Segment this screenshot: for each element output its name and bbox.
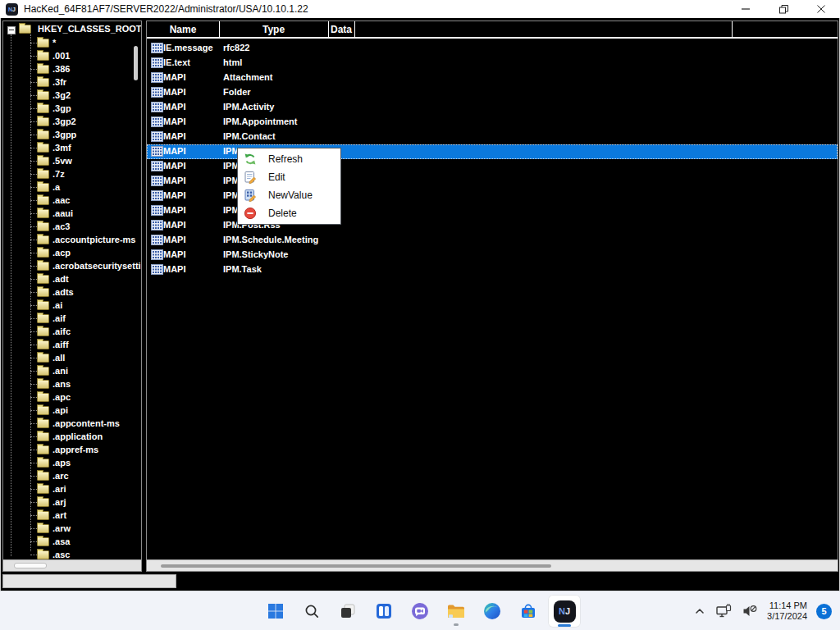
- search-button[interactable]: [295, 595, 328, 628]
- registry-tree-panel: HKEY_CLASSES_ROOT * .001 .386 .3fr: [2, 21, 142, 572]
- tree-item[interactable]: .aifc: [3, 325, 131, 338]
- logo-letter-n: N: [559, 606, 565, 616]
- tree-item[interactable]: .aaui: [3, 207, 131, 220]
- column-header-name[interactable]: Name: [147, 21, 219, 37]
- tree-item[interactable]: .3gpp: [3, 128, 131, 141]
- table-row[interactable]: IE.text html: [147, 56, 838, 71]
- tree-item[interactable]: *: [3, 36, 131, 49]
- column-header-type[interactable]: Type: [219, 21, 328, 37]
- tree-item[interactable]: .ans: [3, 377, 131, 390]
- tree-item[interactable]: .accountpicture-ms: [3, 233, 131, 246]
- tree-item[interactable]: .ai: [3, 299, 131, 312]
- restore-button[interactable]: [765, 0, 802, 18]
- tree-item[interactable]: .appref-ms: [3, 443, 131, 456]
- folder-icon: [37, 498, 49, 507]
- tree-item[interactable]: .3gp: [3, 102, 131, 115]
- tree-item[interactable]: .arc: [3, 469, 131, 482]
- close-button[interactable]: [802, 0, 840, 18]
- column-header-data[interactable]: Data: [328, 21, 354, 37]
- njrat-client-button[interactable]: NJ: [548, 595, 581, 628]
- tree-item[interactable]: .art: [3, 509, 131, 522]
- menu-item-refresh[interactable]: Refresh: [238, 150, 340, 168]
- file-explorer-button[interactable]: [440, 595, 472, 628]
- notification-badge[interactable]: 5: [816, 604, 832, 619]
- value-type-cell: Folder: [223, 87, 251, 97]
- chat-button[interactable]: [404, 595, 436, 628]
- network-button[interactable]: [715, 603, 733, 619]
- tree-item-label: .acp: [52, 248, 71, 258]
- tree-item[interactable]: .api: [3, 404, 131, 417]
- tree-item[interactable]: .apc: [3, 390, 131, 404]
- tree-item[interactable]: .application: [3, 430, 131, 443]
- table-row[interactable]: MAPI Folder: [147, 85, 838, 100]
- tree-item[interactable]: .adts: [3, 285, 131, 299]
- tree-item[interactable]: .7z: [3, 167, 131, 180]
- registry-manager-window: HKEY_CLASSES_ROOT * .001 .386 .3fr: [0, 18, 840, 591]
- tree-item[interactable]: .3gp2: [3, 115, 131, 128]
- tree-item[interactable]: .386: [3, 62, 131, 75]
- menu-item-new-value[interactable]: NewValue: [238, 186, 340, 204]
- table-row[interactable]: MAPI IPM.Appointment: [147, 115, 838, 130]
- tree-item[interactable]: .aif: [3, 312, 131, 325]
- tree-item[interactable]: .aac: [3, 194, 131, 207]
- taskbar-clock[interactable]: 11:14 PM 3/17/2024: [767, 600, 807, 622]
- scrollbar-thumb[interactable]: [161, 564, 551, 568]
- tree-item[interactable]: .3fr: [3, 75, 131, 89]
- value-name-cell: MAPI: [163, 220, 186, 230]
- value-name-cell: MAPI: [163, 87, 186, 97]
- tree-items: * .001 .386 .3fr .3g2 .3gp: [3, 36, 131, 561]
- menu-item-delete[interactable]: Delete: [238, 204, 340, 222]
- edge-button[interactable]: [476, 595, 509, 628]
- tree-item[interactable]: .acrobatsecuritysettings: [3, 259, 131, 272]
- tree-horizontal-scrollbar[interactable]: [3, 559, 141, 571]
- tree-item[interactable]: .3mf: [3, 141, 131, 154]
- tree-item[interactable]: .5vw: [3, 154, 131, 167]
- tree-item[interactable]: .asa: [3, 535, 131, 548]
- task-view-button[interactable]: [331, 595, 364, 628]
- table-row[interactable]: MAPI IPM.Task: [147, 262, 838, 277]
- tree-root-node[interactable]: HKEY_CLASSES_ROOT: [3, 23, 141, 36]
- tree-vertical-scrollbar[interactable]: [131, 23, 140, 555]
- microsoft-store-button[interactable]: [512, 595, 545, 628]
- tree-item[interactable]: .appcontent-ms: [3, 417, 131, 430]
- table-row[interactable]: MAPI IPM.Activity: [147, 100, 838, 115]
- folder-icon: [37, 550, 49, 559]
- table-row[interactable]: IE.message rfc822: [147, 41, 838, 56]
- tree-item-label: .aac: [52, 195, 70, 205]
- tree-item[interactable]: .001: [3, 49, 131, 62]
- tree-item[interactable]: .acp: [3, 246, 131, 259]
- menu-item-edit[interactable]: Edit: [238, 168, 340, 186]
- tree-item[interactable]: .aps: [3, 456, 131, 469]
- scrollbar-thumb[interactable]: [134, 46, 138, 80]
- tree-item[interactable]: .3g2: [3, 89, 131, 102]
- tree-item[interactable]: .arw: [3, 522, 131, 535]
- tree-item[interactable]: .adt: [3, 272, 131, 285]
- tree-item-label: .001: [52, 51, 70, 61]
- table-row[interactable]: MAPI Attachment: [147, 71, 838, 85]
- tree-item[interactable]: .a: [3, 180, 131, 194]
- list-horizontal-scrollbar[interactable]: [147, 559, 838, 571]
- tray-chevron-button[interactable]: [693, 605, 706, 618]
- value-name-cell: MAPI: [163, 72, 186, 82]
- network-icon: [715, 603, 733, 619]
- refresh-icon: [244, 153, 257, 166]
- widgets-button[interactable]: [368, 595, 400, 628]
- tree-item[interactable]: .arj: [3, 495, 131, 509]
- start-button[interactable]: [259, 595, 292, 628]
- scrollbar-thumb[interactable]: [14, 563, 47, 568]
- tree-item[interactable]: .aiff: [3, 338, 131, 351]
- tree-item-label: .ans: [52, 379, 71, 389]
- tree-item[interactable]: .ari: [3, 482, 131, 495]
- tree-item[interactable]: .all: [3, 351, 131, 364]
- table-row[interactable]: MAPI IPM.StickyNote: [147, 248, 838, 262]
- table-row[interactable]: MAPI IPM.Schedule.Meeting: [147, 233, 838, 248]
- volume-button[interactable]: [742, 603, 758, 619]
- tree-item[interactable]: .ac3: [3, 220, 131, 233]
- tree-item-label: .ac3: [52, 221, 70, 231]
- minimize-button[interactable]: [727, 0, 765, 18]
- table-row[interactable]: MAPI IPM.Contact: [147, 130, 838, 144]
- value-name-cell: MAPI: [163, 116, 186, 126]
- tree-item[interactable]: .ani: [3, 364, 131, 377]
- collapse-expand-icon[interactable]: [7, 26, 16, 34]
- registry-value-icon: [151, 72, 163, 83]
